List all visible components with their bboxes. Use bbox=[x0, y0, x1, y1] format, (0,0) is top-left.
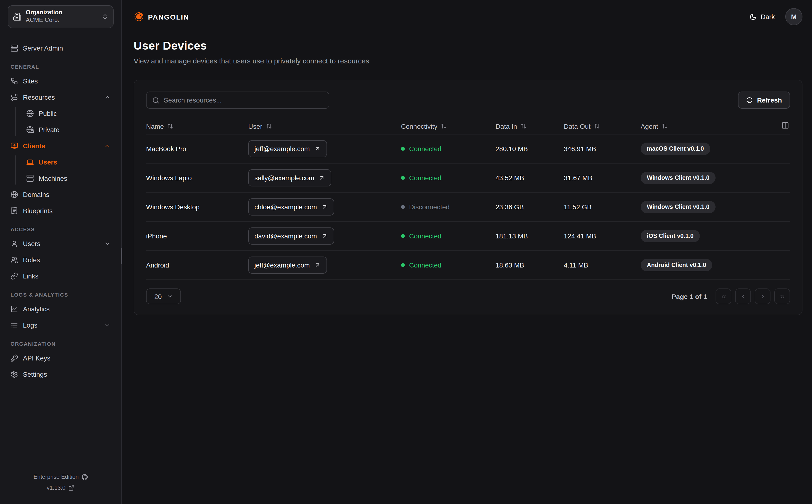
connectivity-status: Connected bbox=[401, 145, 495, 153]
users-icon bbox=[10, 256, 18, 263]
resources-subitems: Public Private bbox=[15, 107, 115, 136]
search-input[interactable] bbox=[164, 96, 323, 104]
link-icon bbox=[10, 272, 18, 280]
connectivity-status: Connected bbox=[401, 232, 495, 240]
sort-icon bbox=[167, 123, 173, 129]
user-link[interactable]: jeff@example.com bbox=[248, 257, 327, 274]
status-dot bbox=[401, 147, 405, 151]
column-header-name[interactable]: Name bbox=[146, 122, 248, 130]
sidebar-item-logs[interactable]: Logs bbox=[6, 319, 115, 331]
sidebar-nav: Server Admin GENERAL Sites Resources Pub… bbox=[0, 28, 121, 467]
pangolin-logo-icon bbox=[134, 11, 144, 22]
chevron-up-icon bbox=[104, 142, 111, 149]
sidebar: Organization ACME Corp. Server Admin GEN… bbox=[0, 0, 122, 504]
user-icon bbox=[10, 240, 18, 247]
org-selector-label: Organization bbox=[26, 9, 97, 17]
sidebar-item-public[interactable]: Public bbox=[21, 107, 115, 120]
list-icon bbox=[10, 321, 18, 329]
previous-page-button[interactable] bbox=[735, 288, 751, 304]
device-name: Windows Lapto bbox=[146, 174, 248, 182]
user-link[interactable]: chloe@example.com bbox=[248, 198, 334, 216]
table-row: Windows Desktop chloe@example.com Discon… bbox=[146, 193, 790, 222]
org-selector[interactable]: Organization ACME Corp. bbox=[8, 5, 114, 28]
next-page-button[interactable] bbox=[755, 288, 771, 304]
refresh-button[interactable]: Refresh bbox=[738, 92, 790, 109]
column-settings-button[interactable] bbox=[781, 121, 790, 132]
agent-badge: Windows Client v0.1.0 bbox=[641, 172, 716, 184]
table-row: Android jeff@example.com Connected 18.63… bbox=[146, 251, 790, 280]
external-link-icon[interactable] bbox=[68, 485, 74, 491]
theme-toggle[interactable]: Dark bbox=[750, 13, 775, 21]
data-out: 31.67 MB bbox=[564, 174, 641, 182]
arrow-up-right-icon bbox=[321, 233, 328, 239]
sidebar-item-roles[interactable]: Roles bbox=[6, 253, 115, 266]
last-page-button[interactable] bbox=[774, 288, 790, 304]
sidebar-item-machines[interactable]: Machines bbox=[21, 172, 115, 185]
sidebar-item-sites[interactable]: Sites bbox=[6, 74, 115, 87]
chevron-down-icon bbox=[104, 240, 111, 247]
card-toolbar: Refresh bbox=[146, 92, 790, 109]
sidebar-item-private[interactable]: Private bbox=[21, 123, 115, 136]
server-icon bbox=[10, 44, 18, 52]
sidebar-section-organization: ORGANIZATION bbox=[6, 341, 115, 347]
columns-icon bbox=[781, 122, 789, 129]
page-size-select[interactable]: 20 bbox=[146, 288, 181, 304]
user-avatar[interactable]: M bbox=[785, 8, 802, 25]
device-name: Windows Desktop bbox=[146, 203, 248, 211]
devices-card: Refresh Name User Connectivity Da bbox=[134, 80, 802, 315]
table-row: MacBook Pro jeff@example.com Connected 2… bbox=[146, 134, 790, 164]
data-in: 280.10 MB bbox=[495, 145, 564, 153]
data-in: 23.36 GB bbox=[495, 203, 564, 211]
globe-icon bbox=[10, 190, 18, 198]
data-out: 11.52 GB bbox=[564, 203, 641, 211]
page-title: User Devices bbox=[134, 39, 802, 52]
github-icon[interactable] bbox=[82, 474, 88, 480]
column-header-data-in[interactable]: Data In bbox=[495, 122, 564, 130]
user-link[interactable]: sally@example.com bbox=[248, 169, 332, 186]
page-header: User Devices View and manage devices tha… bbox=[134, 39, 802, 65]
data-out: 124.41 MB bbox=[564, 232, 641, 240]
column-header-connectivity[interactable]: Connectivity bbox=[401, 122, 495, 130]
device-name: Android bbox=[146, 261, 248, 269]
user-link[interactable]: david@example.com bbox=[248, 227, 334, 245]
building-icon bbox=[13, 12, 21, 21]
sidebar-resize-handle[interactable] bbox=[121, 248, 122, 264]
status-dot bbox=[401, 234, 405, 238]
sidebar-item-users[interactable]: Users bbox=[6, 237, 115, 250]
arrow-up-right-icon bbox=[314, 262, 321, 268]
arrow-up-right-icon bbox=[319, 175, 325, 181]
connectivity-status: Connected bbox=[401, 174, 495, 182]
edition-label: Enterprise Edition bbox=[33, 473, 78, 480]
column-header-agent[interactable]: Agent bbox=[641, 122, 771, 130]
sort-icon bbox=[441, 123, 447, 129]
sidebar-item-analytics[interactable]: Analytics bbox=[6, 302, 115, 315]
connectivity-status: Connected bbox=[401, 261, 495, 269]
sidebar-item-server-admin[interactable]: Server Admin bbox=[6, 41, 115, 54]
chevron-down-icon bbox=[166, 293, 173, 299]
sidebar-item-links[interactable]: Links bbox=[6, 269, 115, 282]
column-header-data-out[interactable]: Data Out bbox=[564, 122, 641, 130]
first-page-button[interactable] bbox=[716, 288, 731, 304]
sidebar-item-blueprints[interactable]: Blueprints bbox=[6, 204, 115, 217]
column-header-user[interactable]: User bbox=[248, 122, 401, 130]
sidebar-item-resources[interactable]: Resources bbox=[6, 91, 115, 103]
gear-icon bbox=[10, 370, 18, 378]
search-box bbox=[146, 92, 329, 109]
brand[interactable]: PANGOLIN bbox=[134, 11, 189, 22]
search-icon bbox=[152, 97, 159, 104]
sidebar-item-api-keys[interactable]: API Keys bbox=[6, 351, 115, 364]
connectivity-status: Disconnected bbox=[401, 203, 495, 211]
sidebar-item-clients[interactable]: Clients bbox=[6, 139, 115, 152]
sites-icon bbox=[10, 77, 18, 85]
sidebar-item-domains[interactable]: Domains bbox=[6, 188, 115, 201]
user-link[interactable]: jeff@example.com bbox=[248, 140, 327, 157]
sidebar-item-settings[interactable]: Settings bbox=[6, 368, 115, 381]
agent-badge: iOS Client v0.1.0 bbox=[641, 230, 700, 242]
brand-name: PANGOLIN bbox=[148, 13, 189, 21]
sidebar-footer: Enterprise Edition v1.13.0 bbox=[0, 467, 121, 504]
sort-icon bbox=[266, 123, 272, 129]
sidebar-item-client-users[interactable]: Users bbox=[21, 155, 115, 168]
monitor-up-icon bbox=[10, 142, 18, 149]
route-icon bbox=[10, 93, 18, 101]
main-content: PANGOLIN Dark M User Devices View and ma… bbox=[122, 0, 812, 504]
